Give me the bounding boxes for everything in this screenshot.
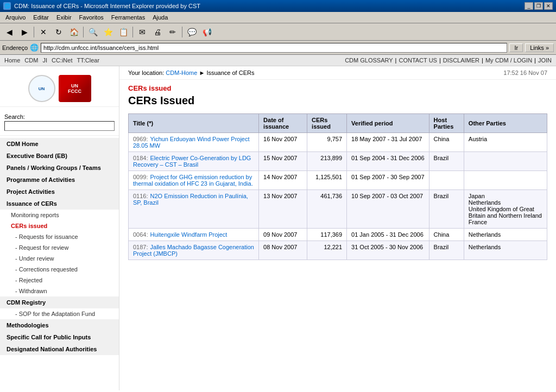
- cell-host: [429, 171, 464, 190]
- back-button[interactable]: ◀: [2, 26, 16, 39]
- cell-other: Austria: [464, 133, 547, 152]
- toolbar-separator-3: [132, 27, 133, 37]
- nav-contact[interactable]: CONTACT US: [399, 57, 437, 64]
- project-link[interactable]: Yichun Erduoyan Wind Power Project 28.05…: [133, 136, 250, 149]
- sidebar-item-withdrawn[interactable]: - Withdrawn: [0, 286, 119, 296]
- table-row: 0184:Electric Power Co-Generation by LDG…: [129, 152, 547, 171]
- close-button[interactable]: ✕: [544, 2, 553, 10]
- sidebar-item-sop[interactable]: - SOP for the Adaptation Fund: [0, 308, 119, 319]
- go-button[interactable]: Ir: [509, 43, 523, 52]
- stop-button[interactable]: ✕: [36, 26, 50, 39]
- edit-button[interactable]: ✏: [166, 26, 180, 39]
- cell-other: Netherlands: [464, 241, 547, 260]
- nav-ccinet[interactable]: CC:iNet: [52, 57, 73, 64]
- menu-favoritos[interactable]: Favoritos: [76, 13, 107, 22]
- sidebar-item-review-req[interactable]: - Request for review: [0, 242, 119, 253]
- table-row: 0064:Huitengxile Windfarm Project09 Nov …: [129, 229, 547, 241]
- sidebar-item-methodologies[interactable]: Methodologies: [0, 319, 119, 331]
- menu-ferramentas[interactable]: Ferramentas: [108, 13, 148, 22]
- sidebar-item-eb[interactable]: Executive Board (EB): [0, 150, 119, 162]
- sidebar-item-cdmhome[interactable]: CDM Home: [0, 138, 119, 150]
- breadcrumb-current: Issuance of CERs: [206, 69, 254, 76]
- home-button[interactable]: 🏠: [67, 26, 81, 39]
- content-inner: CERs issued CERs Issued Title (*) Date o…: [119, 80, 556, 264]
- nav-ji[interactable]: JI: [42, 57, 47, 64]
- sidebar-item-requests[interactable]: - Requests for issuance: [0, 231, 119, 242]
- sidebar-item-panels[interactable]: Panels / Working Groups / Teams: [0, 162, 119, 174]
- col-host: Host Parties: [429, 114, 464, 133]
- top-nav-left: Home CDM JI CC:iNet TT:Clear: [4, 57, 99, 64]
- sidebar-item-underreview[interactable]: - Under review: [0, 253, 119, 264]
- project-link[interactable]: Huitengxile Windfarm Project: [150, 231, 228, 238]
- menu-editar[interactable]: Editar: [30, 13, 52, 22]
- project-link[interactable]: Electric Power Co-Generation by LDG Reco…: [133, 155, 251, 168]
- project-link[interactable]: Project for GHG emission reduction by th…: [133, 174, 253, 187]
- title-bar: 🌐 CDM: Issuance of CERs - Microsoft Inte…: [0, 0, 556, 12]
- project-number: 0116:: [133, 193, 148, 199]
- nav-mycdm[interactable]: My CDM / LOGIN: [485, 57, 532, 64]
- col-period: Verified period: [347, 114, 429, 133]
- breadcrumb-home[interactable]: CDM-Home: [166, 69, 197, 76]
- main-layout: UN UNFCCC Search: CDM Home Executive Boa…: [0, 66, 556, 390]
- menu-arquivo[interactable]: Arquivo: [2, 13, 29, 22]
- section-title: CERs issued: [128, 84, 547, 92]
- sidebar-item-monitoring[interactable]: Monitoring reports: [0, 210, 119, 220]
- timestamp: 17:52 16 Nov 07: [503, 69, 547, 76]
- page-wrapper: Home CDM JI CC:iNet TT:Clear CDM GLOSSAR…: [0, 55, 556, 390]
- address-icon: 🌐: [30, 43, 39, 52]
- sidebar-item-specificcall[interactable]: Specific Call for Public Inputs: [0, 331, 119, 343]
- cell-host: China: [429, 133, 464, 152]
- window-controls[interactable]: _ ❐ ✕: [525, 2, 553, 10]
- project-number: 0099:: [133, 174, 148, 180]
- nav-join[interactable]: JOIN: [538, 57, 552, 64]
- cell-cers: 213,899: [307, 152, 347, 171]
- cell-date: 14 Nov 2007: [259, 171, 307, 190]
- top-nav: Home CDM JI CC:iNet TT:Clear CDM GLOSSAR…: [0, 55, 556, 66]
- restore-button[interactable]: ❐: [534, 2, 543, 10]
- project-link[interactable]: Jalles Machado Bagasse Cogeneration Proj…: [133, 244, 254, 257]
- search-button[interactable]: 🔍: [86, 26, 100, 39]
- breadcrumb-label: Your location:: [128, 69, 164, 76]
- project-number: 0187:: [133, 244, 148, 250]
- forward-button[interactable]: ▶: [17, 26, 31, 39]
- refresh-button[interactable]: ↻: [52, 26, 66, 39]
- sidebar-item-issuance[interactable]: Issuance of CERs: [0, 198, 119, 210]
- nav-glossary[interactable]: CDM GLOSSARY: [345, 57, 393, 64]
- links-button[interactable]: Links »: [525, 43, 554, 52]
- address-input[interactable]: [41, 43, 507, 53]
- toolbar-separator-2: [83, 27, 84, 37]
- sidebar-item-corrections[interactable]: - Corrections requested: [0, 264, 119, 275]
- unfccc-logo: UNFCCC: [59, 75, 91, 102]
- discuss-button[interactable]: 💬: [185, 26, 199, 39]
- favorites-button[interactable]: ⭐: [101, 26, 115, 39]
- sidebar-item-registry[interactable]: CDM Registry: [0, 296, 119, 308]
- nav-ttclear[interactable]: TT:Clear: [77, 57, 99, 64]
- sidebar-item-rejected[interactable]: - Rejected: [0, 275, 119, 286]
- table-row: 0116:N2O Emission Reduction in Paulínia,…: [129, 190, 547, 229]
- history-button[interactable]: 📋: [116, 26, 130, 39]
- sidebar-item-poa[interactable]: Programme of Activities: [0, 174, 119, 186]
- col-date: Date of issuance: [259, 114, 307, 133]
- search-label: Search:: [4, 113, 115, 120]
- project-link[interactable]: N2O Emission Reduction in Paulínia, SP, …: [133, 193, 248, 206]
- cell-host: Brazil: [429, 241, 464, 260]
- menu-ajuda[interactable]: Ajuda: [149, 13, 171, 22]
- nav-cdm[interactable]: CDM: [24, 57, 38, 64]
- cell-period: 01 Sep 2007 - 30 Sep 2007: [347, 171, 429, 190]
- cell-other: Japan Netherlands United Kingdom of Grea…: [464, 190, 547, 229]
- top-nav-right: CDM GLOSSARY | CONTACT US | DISCLAIMER |…: [345, 57, 552, 64]
- minimize-button[interactable]: _: [525, 2, 533, 10]
- messenger-button[interactable]: 📢: [200, 26, 214, 39]
- sidebar-item-project[interactable]: Project Activities: [0, 186, 119, 198]
- mail-button[interactable]: ✉: [135, 26, 149, 39]
- print-button[interactable]: 🖨: [150, 26, 165, 39]
- nav-home[interactable]: Home: [4, 57, 20, 64]
- sidebar-item-dna[interactable]: Designated National Authorities: [0, 343, 119, 355]
- sidebar-item-cersissued[interactable]: CERs issued: [0, 220, 119, 231]
- nav-disclaimer[interactable]: DISCLAIMER: [443, 57, 479, 64]
- menu-exibir[interactable]: Exibir: [53, 13, 75, 22]
- search-input[interactable]: [4, 121, 115, 131]
- page-heading: CERs Issued: [128, 94, 547, 107]
- cell-other: [464, 171, 547, 190]
- cell-host: Brazil: [429, 152, 464, 171]
